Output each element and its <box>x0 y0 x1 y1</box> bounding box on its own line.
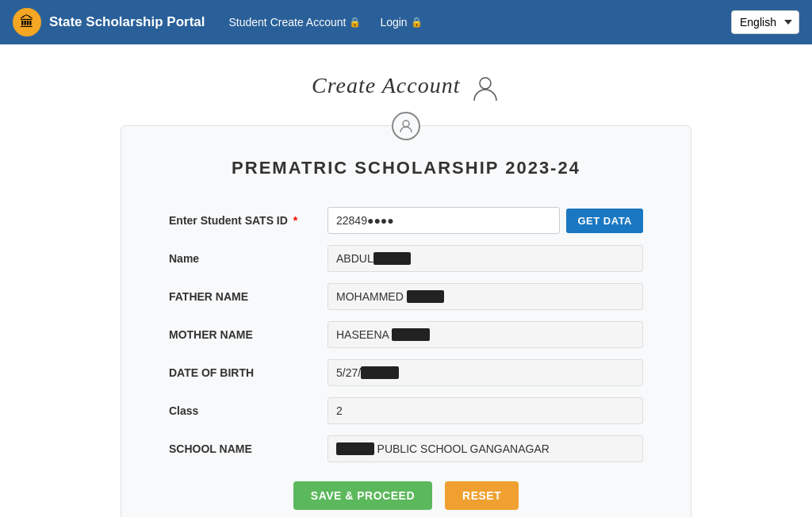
header-right: English Hindi <box>731 10 799 34</box>
school-label: SCHOOL NAME <box>169 442 327 455</box>
required-star: * <box>293 214 297 227</box>
father-field-area: MOHAMMED ████ <box>327 283 643 310</box>
site-header: 🏛 State Scholarship Portal Student Creat… <box>0 0 812 44</box>
nav-label-login: Login <box>380 16 407 29</box>
dob-display: 5/27/████ <box>327 359 643 386</box>
form-card-top-icon <box>392 112 420 140</box>
name-label: Name <box>169 252 327 265</box>
page-heading: Create Account <box>312 73 460 98</box>
dob-row: DATE OF BIRTH 5/27/████ <box>169 359 643 386</box>
mother-name-row: MOTHER NAME HASEENA ████ <box>169 321 643 348</box>
sats-label: Enter Student SATS ID * <box>169 214 327 227</box>
mother-label: MOTHER NAME <box>169 328 327 341</box>
class-label: Class <box>169 404 327 417</box>
svg-point-1 <box>403 121 409 127</box>
sats-id-input[interactable] <box>327 207 560 234</box>
action-row: SAVE & PROCEED RESET <box>169 481 643 510</box>
svg-point-0 <box>480 78 491 89</box>
nav-label-create: Student Create Account <box>229 16 347 29</box>
name-redacted: ████ <box>373 252 412 265</box>
father-value: MOHAMMED ████ <box>336 290 444 303</box>
create-account-icon <box>470 73 500 106</box>
student-create-account-link[interactable]: Student Create Account 🔒 <box>229 16 362 29</box>
father-display: MOHAMMED ████ <box>327 283 643 310</box>
school-value: ████ PUBLIC SCHOOL GANGANAGAR <box>336 442 550 455</box>
father-redacted: ████ <box>407 290 445 303</box>
class-display: 2 <box>327 397 643 424</box>
dob-redacted: ████ <box>361 366 399 379</box>
name-row: Name ABDUL████ <box>169 245 643 272</box>
page-content: Create Account PREMATRIC SCHOLARSHIP 202… <box>0 44 812 517</box>
name-field-area: ABDUL████ <box>327 245 643 272</box>
dob-value: 5/27/████ <box>336 366 399 379</box>
lock-icon-login: 🔒 <box>411 17 423 28</box>
father-name-row: FATHER NAME MOHAMMED ████ <box>169 283 643 310</box>
class-row: Class 2 <box>169 397 643 424</box>
language-select[interactable]: English Hindi <box>731 10 799 34</box>
get-data-button[interactable]: GET DATA <box>566 209 643 233</box>
mother-value: HASEENA ████ <box>336 328 430 341</box>
school-field-area: ████ PUBLIC SCHOOL GANGANAGAR <box>327 435 643 462</box>
class-field-area: 2 <box>327 397 643 424</box>
sats-field-area: GET DATA <box>327 207 643 234</box>
school-display: ████ PUBLIC SCHOOL GANGANAGAR <box>327 435 643 462</box>
sats-id-row: Enter Student SATS ID * GET DATA <box>169 207 643 234</box>
login-link[interactable]: Login 🔒 <box>380 16 422 29</box>
site-logo: 🏛 <box>13 8 41 36</box>
class-value: 2 <box>336 404 343 417</box>
name-display: ABDUL████ <box>327 245 643 272</box>
lock-icon-create: 🔒 <box>349 17 361 28</box>
dob-field-area: 5/27/████ <box>327 359 643 386</box>
form-card: PREMATRIC SCHOLARSHIP 2023-24 Enter Stud… <box>121 125 691 517</box>
name-value: ABDUL████ <box>336 252 411 265</box>
reset-button[interactable]: RESET <box>445 481 519 510</box>
dob-label: DATE OF BIRTH <box>169 366 327 379</box>
mother-display: HASEENA ████ <box>327 321 643 348</box>
mother-field-area: HASEENA ████ <box>327 321 643 348</box>
save-proceed-button[interactable]: SAVE & PROCEED <box>293 481 432 510</box>
mother-redacted: ████ <box>392 328 430 341</box>
header-nav: Student Create Account 🔒 Login 🔒 <box>229 16 423 29</box>
logo-icon: 🏛 <box>20 14 34 31</box>
school-redacted: ████ <box>336 442 374 455</box>
portal-title: State Scholarship Portal <box>49 14 205 30</box>
header-left: 🏛 State Scholarship Portal Student Creat… <box>13 8 423 36</box>
father-label: FATHER NAME <box>169 290 327 303</box>
school-name-row: SCHOOL NAME ████ PUBLIC SCHOOL GANGANAGA… <box>169 435 643 462</box>
scholarship-title: PREMATRIC SCHOLARSHIP 2023-24 <box>169 158 643 178</box>
